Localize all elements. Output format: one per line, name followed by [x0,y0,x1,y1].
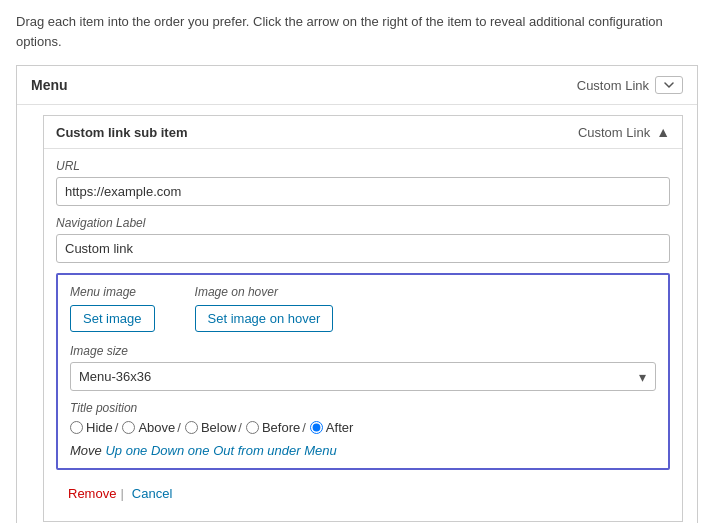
radio-below-input[interactable] [185,421,198,434]
sub-item-sub-label: sub item [134,125,187,140]
menu-dropdown-button[interactable] [655,76,683,94]
menu-type-label: Custom Link [577,78,649,93]
nav-label-label: Navigation Label [56,216,670,230]
image-on-hover-col: Image on hover Set image on hover [195,285,334,332]
sep-2: / [177,420,181,435]
sub-item-right: Custom Link ▲ [578,124,670,140]
image-size-select[interactable]: Menu-36x36 Menu-48x48 Menu-64x64 Menu-12… [70,362,656,391]
menu-header: Menu Custom Link [17,66,697,105]
menu-container: Menu Custom Link Custom link sub item Cu… [16,65,698,523]
radio-after-label: After [326,420,353,435]
radio-hide-input[interactable] [70,421,83,434]
sub-item-collapse-button[interactable]: ▲ [656,124,670,140]
chevron-down-icon [664,80,674,90]
move-up-link[interactable]: Up one [105,443,147,458]
nav-label-field-group: Navigation Label [56,216,670,263]
nav-label-input[interactable] [56,234,670,263]
title-position-label: Title position [70,401,656,415]
sub-item-title: Custom link [56,125,130,140]
radio-before-label: Before [262,420,300,435]
sub-item-title-area: Custom link sub item [56,125,188,140]
radio-hide[interactable]: Hide [70,420,113,435]
radio-before[interactable]: Before [246,420,300,435]
url-input[interactable] [56,177,670,206]
image-row: Menu image Set image Image on hover Set … [70,285,656,332]
image-section: Menu image Set image Image on hover Set … [56,273,670,470]
move-out-link[interactable]: Out from under Menu [213,443,337,458]
image-size-select-wrapper: Menu-36x36 Menu-48x48 Menu-64x64 Menu-12… [70,362,656,391]
pipe-separator: | [120,486,123,501]
radio-after-input[interactable] [310,421,323,434]
set-image-button[interactable]: Set image [70,305,155,332]
radio-below[interactable]: Below [185,420,236,435]
move-label: Move [70,443,102,458]
image-size-group: Image size Menu-36x36 Menu-48x48 Menu-64… [70,344,656,391]
title-position-group: Title position Hide / Above / [70,401,656,435]
url-label: URL [56,159,670,173]
footer-links: Remove | Cancel [56,480,670,511]
image-size-label: Image size [70,344,656,358]
move-row: Move Up one Down one Out from under Menu [70,443,656,458]
sub-item-type-label: Custom Link [578,125,650,140]
menu-title: Menu [31,77,68,93]
menu-header-right: Custom Link [577,76,683,94]
radio-above[interactable]: Above [122,420,175,435]
cancel-link[interactable]: Cancel [132,486,172,501]
sub-item-form: URL Navigation Label Menu image Set imag… [44,149,682,521]
move-down-link[interactable]: Down one [151,443,210,458]
url-field-group: URL [56,159,670,206]
radio-above-input[interactable] [122,421,135,434]
radio-above-label: Above [138,420,175,435]
menu-image-col: Menu image Set image [70,285,155,332]
radio-hide-label: Hide [86,420,113,435]
set-image-on-hover-button[interactable]: Set image on hover [195,305,334,332]
radio-after[interactable]: After [310,420,353,435]
sub-item-header: Custom link sub item Custom Link ▲ [44,116,682,149]
radio-before-input[interactable] [246,421,259,434]
sub-item-container: Custom link sub item Custom Link ▲ URL N… [43,115,683,522]
remove-link[interactable]: Remove [68,486,116,501]
sep-1: / [115,420,119,435]
title-position-radio-row: Hide / Above / Below / [70,420,656,435]
sep-3: / [238,420,242,435]
menu-image-label: Menu image [70,285,155,299]
sep-4: / [302,420,306,435]
radio-below-label: Below [201,420,236,435]
instructions-text: Drag each item into the order you prefer… [16,12,698,51]
image-on-hover-label: Image on hover [195,285,334,299]
